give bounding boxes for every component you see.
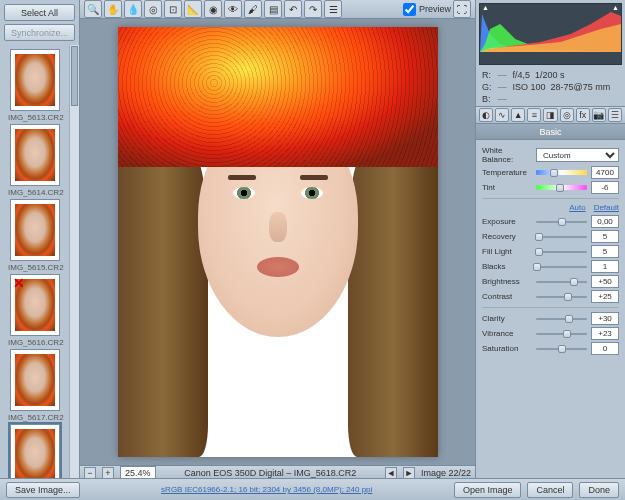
tint-value[interactable]: -6 [591,181,619,194]
footer-bar: Save Image... sRGB IEC61966-2.1; 16 bit;… [0,478,625,500]
recovery-label: Recovery [482,232,532,241]
fullscreen-icon[interactable]: ⛶ [453,0,471,18]
brightness-label: Brightness [482,277,532,286]
tab-calib-icon[interactable]: 📷 [592,108,606,122]
thumbnail-item[interactable]: IMG_5614.CR2 [8,124,61,197]
exposure-slider[interactable] [536,216,587,228]
filmstrip-panel: Select All Synchronize... IMG_5613.CR2 I… [0,0,80,478]
exif-readout: R:—f/4,5 1/200 s G:—ISO 100 28-75@75 mm … [476,68,625,106]
recovery-slider[interactable] [536,231,587,243]
tab-split-icon[interactable]: ◨ [543,108,557,122]
adjust-brush-icon[interactable]: 🖌 [244,0,262,18]
image-canvas[interactable] [80,19,475,465]
basic-section-header[interactable]: Basic [476,124,625,140]
saturation-label: Saturation [482,344,532,353]
tab-basic-icon[interactable]: ◐ [479,108,493,122]
cancel-button[interactable]: Cancel [527,482,573,498]
tint-slider[interactable] [536,182,587,194]
clarity-slider[interactable] [536,313,587,325]
thumbnail-item[interactable]: IMG_5618.CR2 [8,424,61,478]
status-bar: − + 25.4% Canon EOS 350D Digital – IMG_5… [80,465,475,478]
contrast-slider[interactable] [536,291,587,303]
color-sampler-icon[interactable]: ◎ [144,0,162,18]
preview-area: 🔍 ✋ 💧 ◎ ⊡ 📐 ◉ 👁 🖌 ▤ ↶ ↷ ☰ Preview ⛶ [80,0,475,478]
tab-detail-icon[interactable]: ▲ [511,108,525,122]
wb-picker-icon[interactable]: 💧 [124,0,142,18]
basic-controls: White Balance: Custom Temperature 4700 T… [476,140,625,361]
white-balance-select[interactable]: Custom [536,148,619,162]
next-image-icon[interactable]: ► [403,467,415,478]
blacks-slider[interactable] [536,261,587,273]
blacks-label: Blacks [482,262,532,271]
clarity-label: Clarity [482,314,532,323]
zoom-level[interactable]: 25.4% [120,466,156,478]
fill-light-value[interactable]: 5 [591,245,619,258]
zoom-in-icon[interactable]: + [102,467,114,478]
tab-presets-icon[interactable]: ☰ [608,108,622,122]
recovery-value[interactable]: 5 [591,230,619,243]
redeye-tool-icon[interactable]: 👁 [224,0,242,18]
blacks-value[interactable]: 1 [591,260,619,273]
fill-light-label: Fill Light [482,247,532,256]
wb-label: White Balance: [482,146,532,164]
temperature-label: Temperature [482,168,532,177]
prev-image-icon[interactable]: ◄ [385,467,397,478]
file-info-link[interactable]: sRGB IEC61966-2.1; 16 bit; 2304 by 3456 … [86,485,448,494]
panel-tab-strip: ◐ ∿ ▲ ≡ ◨ ◎ fx 📷 ☰ [476,106,625,124]
thumbnail-item[interactable]: IMG_5616.CR2 [8,274,61,347]
zoom-out-icon[interactable]: − [84,467,96,478]
zoom-tool-icon[interactable]: 🔍 [84,0,102,18]
thumbnail-list: IMG_5613.CR2 IMG_5614.CR2 IMG_5615.CR2 I… [0,45,69,478]
brightness-value[interactable]: +50 [591,275,619,288]
contrast-value[interactable]: +25 [591,290,619,303]
synchronize-button: Synchronize... [4,24,75,41]
brightness-slider[interactable] [536,276,587,288]
rotate-cw-icon[interactable]: ↷ [304,0,322,18]
default-link[interactable]: Default [594,203,619,212]
temperature-slider[interactable] [536,167,587,179]
toolbar: 🔍 ✋ 💧 ◎ ⊡ 📐 ◉ 👁 🖌 ▤ ↶ ↷ ☰ Preview ⛶ [80,0,475,19]
tint-label: Tint [482,183,532,192]
rotate-ccw-icon[interactable]: ↶ [284,0,302,18]
tab-hsl-icon[interactable]: ≡ [527,108,541,122]
exposure-value[interactable]: 0,00 [591,215,619,228]
vibrance-label: Vibrance [482,329,532,338]
fill-light-slider[interactable] [536,246,587,258]
photo-preview [118,27,438,457]
prefs-icon[interactable]: ☰ [324,0,342,18]
camera-file-info: Canon EOS 350D Digital – IMG_5618.CR2 [162,468,379,478]
vibrance-slider[interactable] [536,328,587,340]
crop-tool-icon[interactable]: ⊡ [164,0,182,18]
contrast-label: Contrast [482,292,532,301]
thumbnail-item[interactable]: IMG_5613.CR2 [8,49,61,122]
adjustments-panel: R:—f/4,5 1/200 s G:—ISO 100 28-75@75 mm … [475,0,625,478]
temperature-value[interactable]: 4700 [591,166,619,179]
tab-curve-icon[interactable]: ∿ [495,108,509,122]
thumbnail-item[interactable]: IMG_5615.CR2 [8,199,61,272]
select-all-button[interactable]: Select All [4,4,75,21]
straighten-tool-icon[interactable]: 📐 [184,0,202,18]
preview-label: Preview [419,4,451,14]
preview-checkbox[interactable]: Preview [403,3,451,16]
spot-removal-icon[interactable]: ◉ [204,0,222,18]
histogram[interactable] [479,3,622,65]
graduated-filter-icon[interactable]: ▤ [264,0,282,18]
hand-tool-icon[interactable]: ✋ [104,0,122,18]
saturation-slider[interactable] [536,343,587,355]
thumbnail-item[interactable]: IMG_5617.CR2 [8,349,61,422]
filmstrip-scrollbar[interactable] [69,45,79,478]
tab-lens-icon[interactable]: ◎ [560,108,574,122]
tab-fx-icon[interactable]: fx [576,108,590,122]
clarity-value[interactable]: +30 [591,312,619,325]
image-counter: Image 22/22 [421,468,471,478]
exposure-label: Exposure [482,217,532,226]
saturation-value[interactable]: 0 [591,342,619,355]
save-image-button[interactable]: Save Image... [6,482,80,498]
auto-link[interactable]: Auto [569,203,585,212]
open-image-button[interactable]: Open Image [454,482,522,498]
vibrance-value[interactable]: +23 [591,327,619,340]
preview-checkbox-input[interactable] [403,3,416,16]
done-button[interactable]: Done [579,482,619,498]
